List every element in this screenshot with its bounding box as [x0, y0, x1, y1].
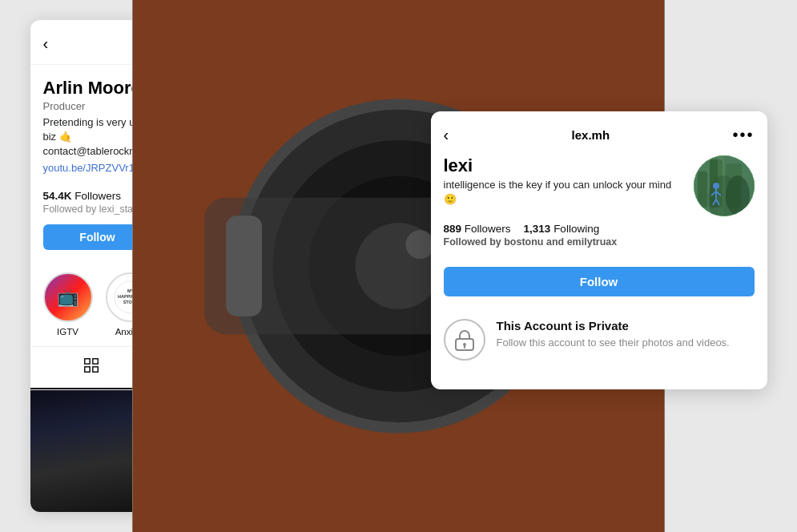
popup-followers-count: 889 Followers [444, 223, 511, 235]
popup-profile-top: lexi intelligence is the key if you can … [444, 155, 755, 216]
popup-follow-wrap: Follow [431, 267, 767, 303]
avatar-lexi [694, 155, 755, 216]
popup-stats-row: 889 Followers 1,313 Following [444, 223, 755, 235]
private-description: Follow this account to see their photos … [497, 336, 730, 350]
private-title: This Account is Private [497, 319, 730, 332]
popup-profile-bio: intelligence is the key if you can unloc… [444, 178, 681, 207]
lock-icon [454, 328, 475, 351]
phone-card-arlin: ‹ arlinmoore ••• Arlin Moore Producer Pr… [30, 20, 399, 513]
private-text: This Account is Private Follow this acco… [497, 319, 730, 350]
private-section: This Account is Private Follow this acco… [431, 303, 767, 377]
popup-profile-name: lexi [444, 155, 681, 176]
popup-following-count: 1,313 Following [524, 223, 600, 235]
profile-username-lexi: lex.mh [572, 128, 610, 142]
photo-grid [30, 390, 399, 512]
svg-rect-59 [698, 171, 707, 208]
popup-follow-button[interactable]: Follow [444, 267, 755, 296]
back-button-lexi[interactable]: ‹ [444, 123, 456, 147]
header-lexi: ‹ lex.mh ••• [431, 111, 767, 155]
more-options-button-lexi[interactable]: ••• [726, 123, 754, 147]
popup-profile-section: lexi intelligence is the key if you can … [431, 155, 767, 267]
grid-photo-3[interactable] [277, 390, 399, 512]
popup-followed-by: Followed by bostonu and emilytruax [444, 236, 755, 248]
lock-icon-wrap [444, 319, 485, 361]
popup-card-lexi: ‹ lex.mh ••• lexi intelligence is the ke… [431, 111, 767, 389]
svg-point-64 [713, 183, 719, 189]
popup-profile-info: lexi intelligence is the key if you can … [444, 155, 681, 210]
